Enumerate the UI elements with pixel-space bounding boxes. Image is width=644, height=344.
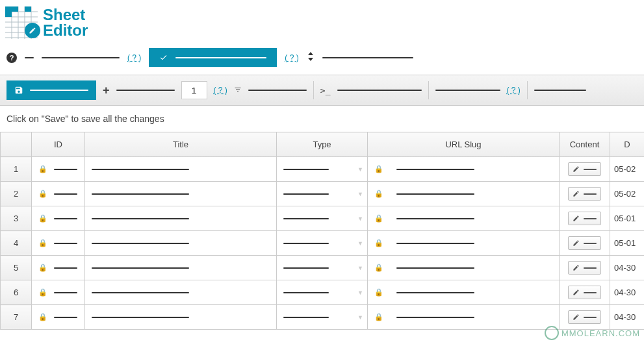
console-icon[interactable]: >_	[320, 86, 331, 95]
col-header-date[interactable]: D	[610, 132, 645, 157]
dropdown-2[interactable]	[322, 57, 413, 58]
edit-content-button[interactable]	[568, 236, 601, 250]
cell-slug[interactable]: 🔒	[368, 206, 560, 231]
row-number[interactable]: 1	[1, 157, 32, 182]
cell-date[interactable]: 05-01	[610, 206, 645, 231]
table-row: 3🔒▼🔒05-01	[1, 206, 645, 231]
cell-slug[interactable]: 🔒	[368, 157, 560, 182]
cell-id[interactable]: 🔒	[32, 182, 85, 206]
sort-icon[interactable]	[307, 52, 315, 63]
edit-label	[584, 317, 597, 318]
toolbar-item[interactable]	[534, 90, 586, 91]
cell-content	[560, 256, 610, 280]
cell-title[interactable]	[85, 305, 277, 330]
help-icon[interactable]: ?	[6, 53, 17, 63]
cell-slug[interactable]: 🔒	[368, 305, 560, 330]
help-link-1[interactable]: ( ? )	[127, 53, 141, 62]
toolbar-separator	[313, 81, 314, 99]
cell-id[interactable]: 🔒	[32, 231, 85, 256]
cell-slug[interactable]: 🔒	[368, 256, 560, 280]
cell-value	[283, 317, 329, 318]
edit-content-button[interactable]	[568, 286, 601, 299]
cell-id[interactable]: 🔒	[32, 206, 85, 231]
lock-icon: 🔒	[38, 190, 47, 198]
edit-content-button[interactable]	[568, 212, 601, 225]
edit-content-button[interactable]	[568, 187, 601, 201]
help-link-right[interactable]: ( ? )	[507, 86, 521, 95]
lock-icon: 🔒	[374, 165, 383, 173]
col-header-title[interactable]: Title	[85, 132, 277, 157]
col-header-id[interactable]: ID	[32, 132, 85, 157]
cell-title[interactable]	[85, 256, 277, 280]
col-header-num[interactable]	[1, 132, 32, 157]
cell-type[interactable]: ▼	[277, 182, 368, 206]
cell-title[interactable]	[85, 280, 277, 305]
edit-content-button[interactable]	[568, 162, 601, 176]
cell-title[interactable]	[85, 206, 277, 231]
cell-slug[interactable]: 🔒	[368, 280, 560, 305]
cell-value	[92, 267, 189, 269]
help-link-add[interactable]: ( ? )	[214, 86, 227, 95]
toolbar-primary: + ( ? ) >_ ( ? )	[0, 75, 644, 106]
col-header-type[interactable]: Type	[277, 132, 368, 157]
cell-type[interactable]: ▼	[277, 206, 368, 231]
dropdown-1[interactable]	[42, 57, 120, 58]
row-number[interactable]: 2	[1, 182, 32, 206]
save-button[interactable]	[6, 80, 96, 100]
edit-content-button[interactable]	[568, 310, 601, 324]
row-number[interactable]: 3	[1, 206, 32, 231]
col-header-slug[interactable]: URL Slug	[368, 132, 560, 157]
cell-value	[396, 292, 474, 293]
cell-date[interactable]: 05-02	[610, 182, 645, 206]
cell-id[interactable]: 🔒	[32, 157, 85, 182]
primary-action-button[interactable]	[149, 48, 277, 67]
dropdown-caret-icon: ▼	[357, 265, 363, 271]
cell-value	[92, 169, 189, 170]
cell-type[interactable]: ▼	[277, 231, 368, 256]
cell-id[interactable]: 🔒	[32, 305, 85, 330]
edit-badge-icon	[25, 23, 40, 38]
dropdown-caret-icon: ▼	[357, 166, 363, 173]
cell-date[interactable]: 05-02	[610, 157, 645, 182]
cell-slug[interactable]: 🔒	[368, 231, 560, 256]
lock-icon: 🔒	[374, 288, 383, 297]
cell-value	[54, 218, 77, 219]
cell-title[interactable]	[85, 231, 277, 256]
add-rows-icon[interactable]: +	[103, 84, 110, 97]
cell-type[interactable]: ▼	[277, 256, 368, 280]
cell-type[interactable]: ▼	[277, 157, 368, 182]
filter-icon[interactable]	[234, 86, 242, 95]
cell-id[interactable]: 🔒	[32, 280, 85, 305]
cell-value	[283, 243, 329, 244]
toolbar-item[interactable]	[435, 90, 500, 91]
brand-header: Sheet Editor	[0, 0, 644, 45]
brand-top: Sheet	[43, 7, 88, 23]
svg-rect-11	[5, 6, 12, 12]
cell-value	[283, 218, 329, 219]
table-row: 4🔒▼🔒05-01	[1, 231, 645, 256]
cell-type[interactable]: ▼	[277, 280, 368, 305]
rows-count-input[interactable]	[181, 81, 207, 99]
cell-title[interactable]	[85, 182, 277, 206]
cell-value	[396, 193, 474, 195]
edit-label	[584, 169, 597, 170]
dropdown-caret-icon: ▼	[357, 240, 363, 247]
toolbar-separator	[428, 81, 429, 99]
row-number[interactable]: 5	[1, 256, 32, 280]
row-number[interactable]: 6	[1, 280, 32, 305]
row-number[interactable]: 4	[1, 231, 32, 256]
cell-date[interactable]: 04-30	[610, 256, 645, 280]
cell-date[interactable]: 04-30	[610, 280, 645, 305]
row-number[interactable]: 7	[1, 305, 32, 330]
cell-value	[92, 243, 189, 244]
cell-content	[560, 182, 610, 206]
cell-id[interactable]: 🔒	[32, 256, 85, 280]
cell-title[interactable]	[85, 157, 277, 182]
help-link-2[interactable]: ( ? )	[285, 53, 298, 62]
col-header-content[interactable]: Content	[560, 132, 610, 157]
cell-date[interactable]: 05-01	[610, 231, 645, 256]
edit-content-button[interactable]	[568, 261, 601, 275]
cell-value	[54, 292, 77, 293]
cell-type[interactable]: ▼	[277, 305, 368, 330]
cell-slug[interactable]: 🔒	[368, 182, 560, 206]
